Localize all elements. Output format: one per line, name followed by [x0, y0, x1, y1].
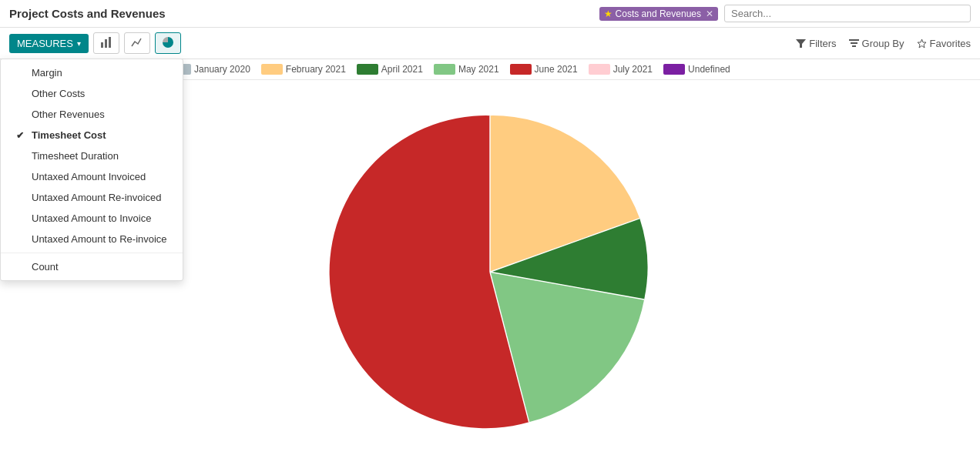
line-chart-button[interactable]	[124, 32, 150, 54]
measure-untaxed-to-invoice[interactable]: Untaxed Amount to Invoice	[1, 208, 183, 229]
toolbar: MEASURES ▾ Margin Other Costs Other Re	[0, 28, 980, 59]
top-bar-right: ★ Costs and Revenues ✕	[599, 5, 971, 22]
legend-jun-2021: June 2021	[510, 64, 578, 75]
pie-chart-button[interactable]	[155, 32, 181, 54]
legend-label-jun-2021: June 2021	[535, 64, 578, 75]
measure-timesheet-duration[interactable]: Timesheet Duration	[1, 146, 183, 166]
measure-timesheet-cost[interactable]: ✔ Timesheet Cost	[1, 125, 183, 146]
toolbar-left: MEASURES ▾ Margin Other Costs Other Re	[9, 32, 181, 54]
measure-margin[interactable]: Margin	[1, 62, 183, 83]
svg-rect-1	[105, 39, 107, 48]
measure-untaxed-reinvoiced[interactable]: Untaxed Amount Re-invoiced	[1, 187, 183, 208]
svg-rect-5	[851, 42, 858, 44]
menu-divider	[1, 253, 183, 253]
groupby-label: Group By	[862, 38, 904, 49]
legend-label-may-2021: May 2021	[458, 64, 499, 75]
legend-label-apr-2021: April 2021	[381, 64, 423, 75]
legend-color-undefined	[663, 64, 685, 75]
legend-label-feb-2021: February 2021	[286, 64, 346, 75]
legend-color-jul-2021	[589, 64, 610, 75]
legend-label-jan-2020: January 2020	[194, 64, 250, 75]
svg-rect-4	[849, 39, 859, 41]
measure-count[interactable]: Count	[1, 256, 183, 277]
search-input[interactable]	[724, 5, 971, 22]
legend-label-undefined: Undefined	[688, 64, 730, 75]
legend-label-jul-2021: July 2021	[613, 64, 653, 75]
svg-rect-6	[852, 45, 856, 47]
filter-tag[interactable]: ★ Costs and Revenues ✕	[599, 7, 718, 21]
top-bar: Project Costs and Revenues ★ Costs and R…	[0, 0, 980, 28]
legend-feb-2021: February 2021	[261, 64, 346, 75]
svg-marker-3	[796, 39, 806, 48]
measure-other-costs[interactable]: Other Costs	[1, 83, 183, 104]
star-icon: ★	[604, 8, 612, 19]
page-title: Project Costs and Revenues	[9, 7, 166, 20]
legend-color-may-2021	[434, 64, 455, 75]
svg-rect-2	[109, 37, 111, 48]
measures-dropdown: Margin Other Costs Other Revenues ✔ Time…	[0, 59, 183, 281]
legend-color-jun-2021	[510, 64, 532, 75]
measures-button[interactable]: MEASURES ▾	[9, 34, 89, 53]
measure-untaxed-invoiced[interactable]: Untaxed Amount Invoiced	[1, 166, 183, 187]
groupby-button[interactable]: Group By	[849, 38, 904, 49]
bar-chart-button[interactable]	[93, 32, 119, 54]
pie-chart	[305, 80, 675, 450]
measure-untaxed-to-reinvoice[interactable]: Untaxed Amount to Re-invoice	[1, 229, 183, 249]
legend-apr-2021: April 2021	[357, 64, 423, 75]
measures-label: MEASURES	[17, 38, 73, 49]
favorites-button[interactable]: Favorites	[917, 38, 971, 49]
toolbar-right: Filters Group By Favorites	[796, 38, 971, 49]
svg-rect-0	[101, 42, 103, 48]
tag-label: Costs and Revenues	[616, 8, 701, 19]
legend-color-feb-2021	[261, 64, 283, 75]
favorites-label: Favorites	[930, 38, 971, 49]
svg-marker-7	[918, 39, 926, 48]
filters-label: Filters	[809, 38, 836, 49]
legend-color-apr-2021	[357, 64, 378, 75]
tag-close-icon[interactable]: ✕	[706, 8, 713, 19]
legend-undefined: Undefined	[663, 64, 730, 75]
filters-button[interactable]: Filters	[796, 38, 836, 49]
legend-may-2021: May 2021	[434, 64, 499, 75]
measure-other-revenues[interactable]: Other Revenues	[1, 104, 183, 125]
legend-jul-2021: July 2021	[589, 64, 653, 75]
measures-caret: ▾	[77, 39, 81, 48]
